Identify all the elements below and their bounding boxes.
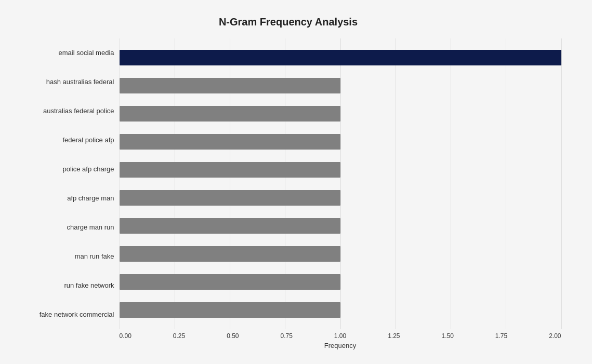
bar: [120, 134, 340, 150]
grid-and-bars: [120, 38, 561, 329]
x-tick-label: 1.50: [441, 332, 453, 340]
chart-title: N-Gram Frequency Analysis: [16, 16, 561, 28]
bar-row: [120, 300, 561, 320]
bar-row: [120, 216, 561, 236]
bar: [120, 78, 340, 93]
y-axis-labels: email social mediahash australias federa…: [16, 38, 120, 329]
bar-row: [120, 104, 561, 124]
x-tick-label: 0.25: [173, 332, 185, 340]
bar-row: [120, 76, 561, 96]
bar: [120, 302, 340, 318]
y-label: run fake network: [64, 282, 114, 289]
bars-column: [120, 38, 561, 329]
bar-row: [120, 160, 561, 180]
x-axis-label: Frequency: [120, 342, 561, 349]
y-label: hash australias federal: [46, 78, 114, 85]
bar: [120, 246, 340, 262]
x-axis: 0.000.250.500.751.001.251.501.752.00: [120, 329, 561, 340]
y-label: australias federal police: [43, 107, 114, 114]
x-tick-label: 0.00: [120, 332, 131, 340]
bottom-section: 0.000.250.500.751.001.251.501.752.00 Fre…: [120, 329, 561, 349]
y-label: fake network commercial: [40, 311, 114, 318]
bar-row: [120, 244, 561, 264]
chart-container: N-Gram Frequency Analysis email social m…: [10, 6, 582, 359]
bar-row: [120, 48, 561, 68]
y-label: email social media: [59, 49, 114, 56]
y-label: afp charge man: [67, 195, 114, 201]
y-label: charge man run: [67, 224, 114, 231]
bar: [120, 50, 561, 65]
bar: [120, 162, 340, 178]
bar-row: [120, 132, 561, 152]
x-tick-label: 2.00: [549, 332, 561, 340]
x-tick-label: 1.00: [334, 332, 346, 340]
bar: [120, 218, 340, 234]
bar: [120, 106, 340, 122]
bars-and-grid: [120, 38, 561, 329]
x-tick-label: 0.75: [280, 332, 292, 340]
chart-area: email social mediahash australias federa…: [16, 38, 561, 329]
x-tick-label: 1.75: [495, 332, 507, 340]
grid-line: [561, 38, 562, 329]
x-tick-label: 0.50: [227, 332, 239, 340]
bar-row: [120, 188, 561, 208]
x-tick-label: 1.25: [388, 332, 400, 340]
bar: [120, 190, 340, 206]
bar-row: [120, 272, 561, 292]
y-label: police afp charge: [62, 166, 114, 172]
bar: [120, 274, 340, 290]
y-label: federal police afp: [62, 137, 114, 143]
y-label: man run fake: [75, 253, 114, 260]
